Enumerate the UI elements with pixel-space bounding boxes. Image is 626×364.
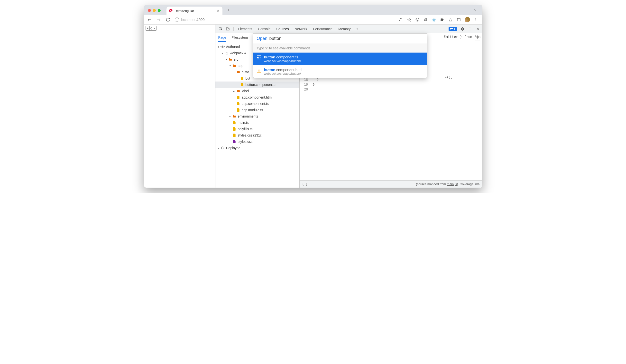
file-icon bbox=[236, 102, 240, 106]
file-icon bbox=[233, 121, 236, 125]
tree-styles[interactable]: styles.css bbox=[215, 139, 299, 145]
extension-flask-icon[interactable] bbox=[448, 17, 453, 22]
open-dialog-header[interactable]: Open button bbox=[253, 34, 427, 44]
toolbar-icons bbox=[398, 17, 480, 22]
svg-rect-14 bbox=[457, 18, 460, 21]
tree-styles-q[interactable]: styles.css?231c bbox=[215, 132, 299, 139]
counter-plus[interactable]: + bbox=[146, 26, 150, 30]
device-toolbar-icon[interactable] bbox=[225, 26, 231, 32]
tab-title: DemoAngular bbox=[175, 9, 216, 13]
open-result-0[interactable]: �○ button.component.ts webpack:///src/ap… bbox=[253, 53, 427, 65]
svg-point-16 bbox=[475, 18, 476, 19]
folder-icon bbox=[233, 64, 236, 68]
profile-avatar[interactable] bbox=[465, 17, 470, 22]
cloud-icon bbox=[225, 51, 229, 55]
tree-label-dir[interactable]: ▸label bbox=[215, 88, 299, 94]
file-icon bbox=[240, 76, 244, 80]
file-icon bbox=[233, 140, 236, 144]
sidebar-tab-page[interactable]: Page bbox=[218, 36, 226, 42]
devtools-settings-icon[interactable] bbox=[460, 27, 465, 31]
tab-strip: DemoAngular ✕ + bbox=[144, 5, 482, 15]
counter-minus[interactable]: - bbox=[153, 26, 156, 30]
svg-point-5 bbox=[417, 19, 417, 19]
tab-performance[interactable]: Performance bbox=[313, 27, 332, 31]
tabs-overflow-button[interactable] bbox=[472, 7, 478, 13]
svg-point-10 bbox=[433, 19, 434, 20]
open-label: Open bbox=[257, 36, 268, 41]
browser-tab[interactable]: DemoAngular ✕ bbox=[166, 6, 223, 15]
tab-sources[interactable]: Sources bbox=[276, 27, 289, 31]
folder-icon bbox=[236, 89, 240, 93]
extension-panel-icon[interactable] bbox=[456, 17, 461, 22]
chrome-menu-icon[interactable] bbox=[473, 17, 478, 22]
open-query: button bbox=[270, 36, 282, 41]
url-area[interactable]: i localhost:4200 bbox=[174, 18, 206, 22]
page-viewport: + 0 - bbox=[144, 25, 215, 188]
sidebar-tab-filesystem[interactable]: Filesystem bbox=[232, 36, 248, 42]
window-zoom-button[interactable] bbox=[158, 9, 161, 12]
source-mapped-text: (source mapped from main.js) Coverage: n… bbox=[416, 182, 480, 186]
open-result-1[interactable]: ⊡ button.component.html webpack:///src/a… bbox=[253, 65, 427, 78]
tree-deployed[interactable]: ▸Deployed bbox=[215, 145, 299, 151]
mainjs-link[interactable]: main.js bbox=[447, 182, 457, 186]
folder-icon bbox=[229, 57, 233, 61]
open-file-dialog: Open button Type '?' to see available co… bbox=[253, 33, 427, 78]
extension-face-icon[interactable] bbox=[415, 17, 420, 22]
extensions-puzzle-icon[interactable] bbox=[440, 17, 445, 22]
address-bar: i localhost:4200 bbox=[144, 15, 482, 25]
tab-memory[interactable]: Memory bbox=[338, 27, 351, 31]
new-tab-button[interactable]: + bbox=[226, 7, 232, 13]
svg-point-7 bbox=[424, 19, 426, 21]
tree-button-file2[interactable]: button.component.ts bbox=[215, 81, 299, 88]
tab-close-icon[interactable]: ✕ bbox=[216, 9, 220, 13]
toggle-debugger-icon[interactable] bbox=[475, 35, 480, 40]
svg-point-4 bbox=[416, 18, 419, 21]
tree-app-ts[interactable]: app.component.ts bbox=[215, 101, 299, 107]
folder-icon bbox=[236, 70, 240, 74]
window-minimize-button[interactable] bbox=[153, 9, 156, 12]
devtools-more-icon[interactable] bbox=[468, 27, 472, 31]
site-info-icon[interactable]: i bbox=[175, 18, 179, 22]
tab-network[interactable]: Network bbox=[295, 27, 307, 31]
counter-value: 0 bbox=[150, 26, 153, 30]
pretty-print-icon[interactable]: { } bbox=[302, 182, 308, 186]
extension-react-icon[interactable] bbox=[431, 17, 436, 22]
tree-environments[interactable]: ▸environments bbox=[215, 113, 299, 119]
tree-app-html[interactable]: app.component.html bbox=[215, 94, 299, 101]
svg-point-22 bbox=[470, 28, 470, 28]
tree-main-ts[interactable]: main.ts bbox=[215, 119, 299, 126]
file-icon bbox=[236, 95, 240, 99]
code-icon: </> bbox=[221, 45, 225, 49]
tree-polyfills[interactable]: polyfills.ts bbox=[215, 126, 299, 132]
editor-footer: { } (source mapped from main.js) Coverag… bbox=[300, 180, 482, 188]
tab-console[interactable]: Console bbox=[258, 27, 271, 31]
tab-elements[interactable]: Elements bbox=[238, 27, 252, 31]
window-close-button[interactable] bbox=[148, 9, 151, 12]
bookmark-star-icon[interactable] bbox=[407, 17, 412, 22]
cube-icon bbox=[221, 146, 225, 150]
devtools-panel: Elements Console Sources Network Perform… bbox=[215, 25, 482, 188]
tabs-overflow[interactable]: » bbox=[356, 27, 358, 31]
file-icon bbox=[233, 133, 236, 137]
forward-button[interactable] bbox=[155, 16, 162, 23]
back-button[interactable] bbox=[146, 16, 153, 23]
share-icon[interactable] bbox=[398, 17, 403, 22]
file-badge-icon: �○ bbox=[257, 55, 261, 60]
traffic-lights bbox=[148, 9, 161, 12]
svg-marker-3 bbox=[407, 18, 411, 21]
open-dialog-hint: Type '?' to see available commands bbox=[253, 44, 427, 53]
extension-incognito-icon[interactable] bbox=[423, 17, 428, 22]
inspect-element-icon[interactable] bbox=[217, 26, 224, 32]
angular-icon bbox=[169, 9, 173, 13]
issues-badge[interactable]: 1 bbox=[449, 27, 457, 31]
svg-point-17 bbox=[475, 19, 476, 20]
reload-button[interactable] bbox=[164, 16, 171, 23]
folder-icon bbox=[233, 114, 236, 118]
tree-app-module[interactable]: app.module.ts bbox=[215, 107, 299, 113]
svg-point-6 bbox=[418, 19, 418, 19]
file-icon bbox=[236, 108, 240, 112]
devtools-close-icon[interactable]: ✕ bbox=[475, 27, 480, 31]
issues-count: 1 bbox=[454, 27, 455, 31]
svg-point-24 bbox=[470, 30, 470, 30]
svg-point-23 bbox=[470, 29, 470, 29]
